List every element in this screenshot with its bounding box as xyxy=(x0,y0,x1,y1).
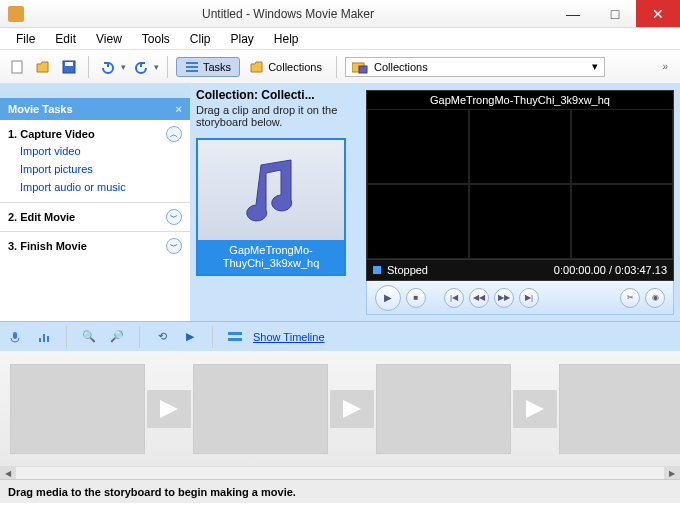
redo-button[interactable] xyxy=(130,56,152,78)
narrate-button[interactable] xyxy=(6,327,26,347)
storyboard-slot[interactable] xyxy=(559,364,680,454)
zoom-in-button[interactable]: 🔍 xyxy=(79,327,99,347)
task-section-capture-title: 1. Capture Video xyxy=(8,128,95,140)
collections-button[interactable]: Collections xyxy=(244,58,328,76)
storyboard-scrollbar[interactable]: ◀ ▶ xyxy=(0,466,680,479)
audio-levels-button[interactable] xyxy=(34,327,54,347)
svg-rect-2 xyxy=(65,62,73,66)
collections-button-label: Collections xyxy=(268,61,322,73)
svg-rect-0 xyxy=(12,61,22,73)
split-button[interactable]: ✂ xyxy=(620,288,640,308)
stop-button[interactable]: ■ xyxy=(406,288,426,308)
collection-selector[interactable]: Collections ▾ xyxy=(345,57,605,77)
task-section-finish-title: 3. Finish Movie xyxy=(8,240,87,252)
toolbar: ▾ ▾ Tasks Collections Collections ▾ » xyxy=(0,50,680,84)
collection-pane: Collection: Collecti... Drag a clip and … xyxy=(190,84,360,321)
undo-dropdown-icon[interactable]: ▾ xyxy=(121,62,126,72)
svg-rect-13 xyxy=(228,338,242,341)
timeline-view-icon xyxy=(225,327,245,347)
toolbar-overflow-icon[interactable]: » xyxy=(656,61,674,72)
clip-thumbnail xyxy=(198,140,344,240)
tasks-pane-close-icon[interactable]: × xyxy=(176,103,182,115)
svg-rect-8 xyxy=(13,332,17,339)
svg-rect-12 xyxy=(228,332,242,335)
menu-view[interactable]: View xyxy=(86,29,132,49)
task-link-import-video[interactable]: Import video xyxy=(8,142,182,160)
music-note-icon xyxy=(241,155,301,225)
task-section-capture[interactable]: 1. Capture Video ︿ xyxy=(8,126,182,142)
storyboard-slot[interactable] xyxy=(10,364,145,454)
svg-rect-3 xyxy=(186,62,198,64)
status-text: Drag media to the storyboard to begin ma… xyxy=(8,486,296,498)
menu-edit[interactable]: Edit xyxy=(45,29,86,49)
task-section-finish[interactable]: 3. Finish Movie ﹀ xyxy=(8,238,182,254)
preview-time: 0:00:00.00 / 0:03:47.13 xyxy=(554,264,667,276)
menu-file[interactable]: File xyxy=(6,29,45,49)
storyboard[interactable] xyxy=(0,351,680,466)
tasks-icon xyxy=(185,60,199,74)
svg-rect-9 xyxy=(39,338,41,342)
window-title: Untitled - Windows Movie Maker xyxy=(24,7,552,21)
storyboard-slot[interactable] xyxy=(376,364,511,454)
title-bar: Untitled - Windows Movie Maker — □ ✕ xyxy=(0,0,680,28)
status-bar: Drag media to the storyboard to begin ma… xyxy=(0,479,680,503)
next-frame-button[interactable]: ▶| xyxy=(519,288,539,308)
svg-rect-10 xyxy=(43,334,45,342)
tasks-pane-header: Movie Tasks × xyxy=(0,98,190,120)
timeline-toolbar: 🔍 🔎 ⟲ ▶ Show Timeline xyxy=(0,321,680,351)
preview-monitor: GapMeTrongMo-ThuyChi_3k9xw_hq Stopped 0:… xyxy=(366,90,674,281)
minimize-button[interactable]: — xyxy=(552,0,594,27)
svg-rect-11 xyxy=(47,336,49,342)
menu-tools[interactable]: Tools xyxy=(132,29,180,49)
snapshot-button[interactable]: ◉ xyxy=(645,288,665,308)
collection-hint: Drag a clip and drop it on the storyboar… xyxy=(196,104,354,128)
preview-screen[interactable] xyxy=(367,109,673,259)
menu-help[interactable]: Help xyxy=(264,29,309,49)
tasks-button-label: Tasks xyxy=(203,61,231,73)
menu-play[interactable]: Play xyxy=(221,29,264,49)
collection-select-label: Collections xyxy=(374,61,428,73)
expand-icon[interactable]: ﹀ xyxy=(166,238,182,254)
timeline-rewind-button[interactable]: ⟲ xyxy=(152,327,172,347)
preview-status: Stopped xyxy=(387,264,428,276)
forward-button[interactable]: ▶▶ xyxy=(494,288,514,308)
scroll-left-button[interactable]: ◀ xyxy=(0,467,16,479)
rewind-button[interactable]: ◀◀ xyxy=(469,288,489,308)
transition-slot[interactable] xyxy=(147,390,191,428)
stop-status-icon xyxy=(373,266,381,274)
task-section-edit-title: 2. Edit Movie xyxy=(8,211,75,223)
svg-rect-7 xyxy=(359,66,367,73)
save-button[interactable] xyxy=(58,56,80,78)
tasks-pane: Movie Tasks × 1. Capture Video ︿ Import … xyxy=(0,84,190,321)
storyboard-slot[interactable] xyxy=(193,364,328,454)
maximize-button[interactable]: □ xyxy=(594,0,636,27)
scroll-right-button[interactable]: ▶ xyxy=(664,467,680,479)
collapse-icon[interactable]: ︿ xyxy=(166,126,182,142)
close-button[interactable]: ✕ xyxy=(636,0,680,27)
app-icon xyxy=(8,6,24,22)
task-link-import-audio[interactable]: Import audio or music xyxy=(8,178,182,196)
preview-controls: ▶ ■ |◀ ◀◀ ▶▶ ▶| ✂ ◉ xyxy=(366,281,674,315)
task-link-import-pictures[interactable]: Import pictures xyxy=(8,160,182,178)
transition-slot[interactable] xyxy=(513,390,557,428)
undo-button[interactable] xyxy=(97,56,119,78)
transition-slot[interactable] xyxy=(330,390,374,428)
folder-icon xyxy=(250,60,264,74)
menu-clip[interactable]: Clip xyxy=(180,29,221,49)
collection-title: Collection: Collecti... xyxy=(196,88,354,102)
collection-select-icon xyxy=(352,60,368,74)
play-button[interactable]: ▶ xyxy=(375,285,401,311)
redo-dropdown-icon[interactable]: ▾ xyxy=(154,62,159,72)
timeline-play-button[interactable]: ▶ xyxy=(180,327,200,347)
prev-frame-button[interactable]: |◀ xyxy=(444,288,464,308)
collection-clip[interactable]: GapMeTrongMo-ThuyChi_3k9xw_hq xyxy=(196,138,346,276)
preview-clip-title: GapMeTrongMo-ThuyChi_3k9xw_hq xyxy=(367,91,673,109)
task-section-edit[interactable]: 2. Edit Movie ﹀ xyxy=(8,209,182,225)
tasks-button[interactable]: Tasks xyxy=(176,57,240,77)
open-button[interactable] xyxy=(32,56,54,78)
new-button[interactable] xyxy=(6,56,28,78)
expand-icon[interactable]: ﹀ xyxy=(166,209,182,225)
zoom-out-button[interactable]: 🔎 xyxy=(107,327,127,347)
preview-pane: GapMeTrongMo-ThuyChi_3k9xw_hq Stopped 0:… xyxy=(360,84,680,321)
show-timeline-link[interactable]: Show Timeline xyxy=(253,331,325,343)
